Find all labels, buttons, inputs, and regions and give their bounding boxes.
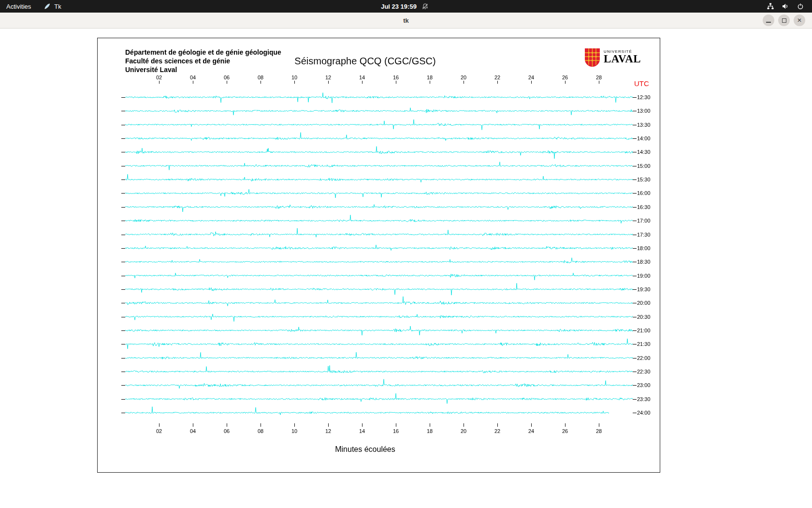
minimize-button[interactable]: [763, 15, 774, 26]
trace-time-label: 14:30: [637, 149, 651, 155]
x-tick-label-top: 16: [389, 75, 403, 80]
trace-time-label: 22:30: [637, 369, 651, 374]
window-title: tk: [0, 13, 812, 29]
x-tick-label-top: 24: [524, 75, 538, 80]
system-status-menu[interactable]: [759, 0, 812, 13]
seismogram-traces-canvas: [98, 38, 660, 472]
trace-time-label: 17:00: [637, 218, 651, 224]
app-menu-label: Tk: [54, 3, 61, 10]
x-tick-label-top: 14: [355, 75, 369, 80]
laval-wordmark-bottom: LAVAL: [604, 54, 641, 64]
trace-time-label: 18:00: [637, 245, 651, 251]
trace-time-label: 22:00: [637, 355, 651, 361]
x-tick-label-bottom: 16: [389, 428, 403, 434]
trace-time-label: 24:00: [637, 410, 651, 416]
trace-time-label: 12:30: [637, 94, 651, 100]
x-tick-label-top: 06: [220, 75, 233, 80]
trace-time-label: 13:00: [637, 108, 651, 114]
trace-time-label: 20:30: [637, 314, 651, 320]
trace-time-label: 23:30: [637, 396, 651, 402]
x-tick-label-top: 18: [423, 75, 436, 80]
x-tick-label-bottom: 12: [321, 428, 335, 434]
notifications-disabled-icon: [421, 3, 429, 10]
close-icon: ✕: [797, 17, 802, 23]
x-tick-label-bottom: 28: [592, 428, 606, 434]
trace-time-label: 14:00: [637, 135, 651, 141]
clock-label: Jul 23 19:59: [381, 3, 417, 10]
clock-menu[interactable]: Jul 23 19:59: [375, 0, 435, 13]
x-tick-label-top: 12: [321, 75, 335, 80]
window-controls: ✕: [763, 15, 805, 26]
trace-time-label: 23:00: [637, 382, 651, 388]
trace-time-label: 17:30: [637, 232, 651, 238]
trace-time-label: 21:30: [637, 341, 651, 347]
app-menu-button[interactable]: Tk: [37, 0, 67, 13]
trace-time-label: 21:00: [637, 328, 651, 333]
x-tick-label-bottom: 06: [220, 428, 233, 434]
x-tick-label-bottom: 14: [355, 428, 369, 434]
volume-icon: [782, 2, 789, 10]
laval-wordmark: UNIVERSITÉ LAVAL: [604, 48, 641, 64]
x-tick-label-bottom: 08: [254, 428, 267, 434]
trace-time-label: 13:30: [637, 122, 651, 128]
activities-button[interactable]: Activities: [0, 0, 37, 13]
x-tick-label-bottom: 04: [186, 428, 200, 434]
x-tick-label-top: 26: [558, 75, 572, 80]
maximize-icon: [782, 18, 786, 23]
trace-time-label: 15:30: [637, 177, 651, 182]
x-tick-label-bottom: 22: [491, 428, 504, 434]
x-tick-label-top: 10: [288, 75, 301, 80]
minimize-icon: [766, 22, 771, 23]
laval-logo: UNIVERSITÉ LAVAL: [584, 48, 641, 67]
x-tick-label-bottom: 10: [288, 428, 301, 434]
x-tick-label-bottom: 20: [457, 428, 470, 434]
trace-time-label: 16:00: [637, 190, 651, 196]
maximize-button[interactable]: [778, 15, 790, 26]
network-icon: [767, 2, 774, 10]
power-icon: [797, 2, 804, 10]
trace-time-label: 16:30: [637, 204, 651, 210]
plot-title: Séismographe QCQ (CGC/GSC): [98, 56, 633, 67]
desktop-screen: Activities Tk Jul 23 19:59: [0, 0, 812, 508]
tk-icon: [44, 3, 51, 10]
x-tick-label-top: 08: [254, 75, 267, 80]
x-tick-label-top: 20: [457, 75, 470, 80]
gnome-top-bar: Activities Tk Jul 23 19:59: [0, 0, 812, 13]
trace-time-label: 18:30: [637, 259, 651, 265]
trace-time-label: 20:00: [637, 300, 651, 306]
x-tick-label-top: 22: [491, 75, 504, 80]
close-button[interactable]: ✕: [794, 15, 805, 26]
seismograph-frame: Département de géologie et de génie géol…: [97, 38, 660, 473]
laval-shield-icon: [584, 48, 600, 67]
window-titlebar[interactable]: tk ✕: [0, 13, 812, 29]
trace-time-label: 19:30: [637, 286, 651, 292]
x-tick-label-top: 28: [592, 75, 606, 80]
x-tick-label-bottom: 24: [524, 428, 538, 434]
x-tick-label-bottom: 02: [152, 428, 166, 434]
x-tick-label-top: 02: [152, 75, 166, 80]
trace-time-label: 15:00: [637, 163, 651, 169]
trace-time-label: 19:00: [637, 273, 651, 279]
x-tick-label-bottom: 18: [423, 428, 436, 434]
x-tick-label-bottom: 26: [558, 428, 572, 434]
utc-label: UTC: [634, 79, 649, 88]
x-tick-label-top: 04: [186, 75, 200, 80]
x-axis-title: Minutes écoulées: [98, 445, 633, 454]
